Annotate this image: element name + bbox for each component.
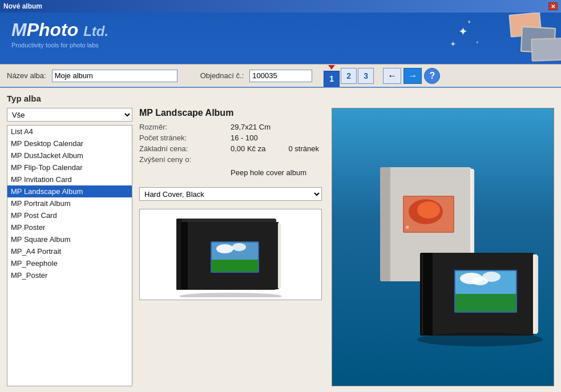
list-item[interactable]: List A4 [7,126,132,138]
title-bar: Nové album ✕ [0,0,561,13]
detail-increase-row: Zvýšení ceny o: [139,155,325,164]
list-item[interactable]: MP Post Card [7,209,132,221]
step1-container: 1 [324,65,340,87]
logo-area: MPhoto Ltd. Productivity tools for photo… [11,19,108,49]
list-item[interactable]: MP_Poster [7,269,132,281]
forward-button[interactable]: → [403,68,422,84]
filter-dropdown[interactable]: Vše MP List [7,108,132,122]
list-item[interactable]: MP_Peephole [7,257,132,269]
svg-rect-22 [279,224,281,287]
album-name-label: Název alba: [7,71,46,80]
price-amount: 0,00 Kč za [231,144,265,153]
svg-rect-43 [422,254,423,334]
svg-point-18 [216,244,233,253]
svg-rect-14 [181,222,188,289]
title-bar-controls: ✕ [548,2,558,10]
logo-photo: Photo [27,19,84,40]
header-photos: ✦ ✦ ✦ ✦ [447,13,561,64]
list-item[interactable]: MP Flip-Top Calendar [7,161,132,173]
list-item[interactable]: MP Portrait Album [7,197,132,209]
close-button[interactable]: ✕ [548,2,558,10]
album-list: List A4 MP Desktop Calendar MP DustJacke… [7,125,132,386]
detail-size-row: Rozměr: 29,7x21 Cm [139,123,325,131]
main-content: Typ alba Vše MP List List A4 MP Desktop … [0,88,561,392]
base-price-label: Základní cena: [139,144,231,153]
svg-text:✦: ✦ [458,25,468,38]
svg-text:✦: ✦ [475,40,479,45]
cover-type-dropdown[interactable]: Hard Cover, Black Hard Cover, White Soft… [139,187,322,201]
content-row: Vše MP List List A4 MP Desktop Calendar … [7,108,554,386]
nav-arrows: ← → ? [383,68,440,84]
left-panel: Vše MP List List A4 MP Desktop Calendar … [7,108,132,386]
logo-m: M [11,19,27,40]
svg-text:✦: ✦ [467,19,471,25]
svg-point-41 [472,277,488,285]
detail-description-row: Peep hole cover album [139,168,325,177]
cover-preview [139,209,322,300]
album-description: Peep hole cover album [231,168,306,177]
svg-rect-20 [212,260,258,272]
step2-button[interactable]: 2 [341,68,357,84]
album-thumbnail [165,212,296,297]
size-label: Rozměr: [139,123,231,131]
logo: MPhoto Ltd. [11,19,108,41]
pages-label: Počet stránek: [139,134,231,142]
svg-rect-42 [455,294,516,312]
window-title: Nové album [3,2,42,10]
section-title: Typ alba [7,94,554,103]
step1-indicator-arrow [328,65,335,70]
svg-text:✦: ✦ [450,39,457,49]
cover-dropdown-container: Hard Cover, Black Hard Cover, White Soft… [139,187,325,201]
order-number-input[interactable] [249,70,312,82]
back-button[interactable]: ← [383,68,401,84]
detail-pages-row: Počet stránek: 16 - 100 [139,134,325,142]
help-button[interactable]: ? [424,68,440,84]
list-item[interactable]: MP Invitation Card [7,173,132,185]
step3-button[interactable]: 3 [358,68,374,84]
svg-rect-24 [380,167,390,281]
nav-bar: Název alba: Objednací č.: 1 2 3 ← → ? [0,64,561,88]
list-item[interactable]: MP Poster [7,221,132,233]
price-pages: 0 stránek [288,144,318,153]
svg-point-44 [417,333,543,346]
list-item[interactable]: MP Square Album [7,233,132,245]
svg-point-30 [417,201,440,219]
logo-ltd: Ltd. [83,23,108,39]
header-decoration: ✦ ✦ ✦ ✦ [447,13,561,64]
detail-price-row: Základní cena: 0,00 Kč za 0 stránek [139,144,325,153]
step1-button[interactable]: 1 [324,71,340,87]
list-item[interactable]: MP_A4 Portrait [7,245,132,257]
pages-value: 16 - 100 [231,134,258,142]
list-item-selected[interactable]: MP Landscape Album [7,185,132,197]
header: MPhoto Ltd. Productivity tools for photo… [0,13,561,64]
description-spacer [139,168,231,177]
svg-rect-9 [532,39,561,60]
increase-label: Zvýšení ceny o: [139,155,231,164]
album-details-table: Rozměr: 29,7x21 Cm Počet stránek: 16 - 1… [139,123,325,179]
list-item[interactable]: MP Desktop Calendar [7,138,132,149]
base-price-value: 0,00 Kč za 0 stránek [231,144,319,153]
list-item[interactable]: MP DustJacket Album [7,149,132,161]
album-name-input[interactable] [52,70,177,82]
middle-panel: MP Landscape Album Rozměr: 29,7x21 Cm Po… [139,108,325,386]
album-detail-title: MP Landscape Album [139,108,325,118]
album-preview-svg: ■ [334,133,551,361]
album-large-preview: ■ [332,108,554,386]
size-value: 29,7x21 Cm [231,123,271,131]
svg-point-19 [232,243,246,251]
nav-steps: 1 2 3 [324,65,374,87]
svg-rect-35 [535,256,538,333]
svg-point-10 [179,293,282,297]
order-number-label: Objednací č.: [200,71,244,80]
svg-text:■: ■ [406,224,409,230]
logo-subtitle: Productivity tools for photo labs [11,42,108,49]
